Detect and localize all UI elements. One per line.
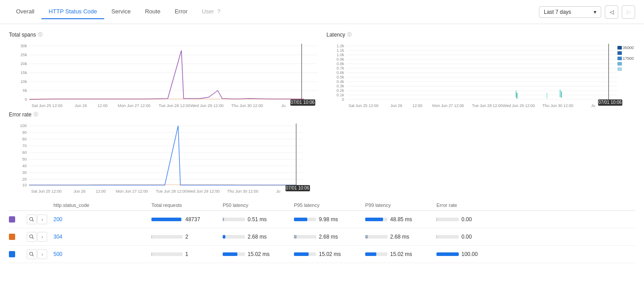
nav-forward-button[interactable]: ▷: [622, 5, 635, 19]
row-actions: ›: [27, 249, 53, 259]
row-actions: ›: [27, 214, 53, 224]
svg-point-107: [30, 235, 33, 238]
total-spans-panel: Total spans ⓪ 30k 25k 20k 15k: [9, 31, 318, 104]
svg-text:25k: 25k: [20, 53, 27, 57]
svg-rect-56: [617, 46, 622, 50]
col-p95: P95 latency: [294, 202, 365, 208]
svg-text:Sat Jun 25 12:00: Sat Jun 25 12:00: [32, 103, 62, 108]
svg-text:Ju: Ju: [276, 189, 281, 194]
table-row: › 200 48737 0.51 ms 9.98: [9, 211, 635, 228]
tab-http-status-code[interactable]: HTTP Status Code: [41, 4, 104, 19]
chevron-down-icon: ▾: [594, 9, 596, 15]
svg-text:07/01 10:06: 07/01 10:06: [290, 100, 314, 105]
svg-text:15k: 15k: [20, 70, 27, 75]
details-button[interactable]: ›: [37, 214, 47, 224]
latency-panel: Latency ⓪: [326, 31, 635, 104]
svg-text:Thu Jun 30 12:00: Thu Jun 30 12:00: [542, 103, 573, 108]
svg-text:Tue Jun 28 12:00: Tue Jun 28 12:00: [159, 103, 190, 108]
error-rate-help-icon[interactable]: ⓪: [33, 111, 38, 118]
svg-text:80: 80: [22, 137, 27, 141]
svg-text:0.4k: 0.4k: [337, 79, 344, 84]
svg-text:Jun 26: Jun 26: [75, 103, 87, 108]
page-header: Overall HTTP Status Code Service Route E…: [0, 0, 644, 24]
inspect-button[interactable]: [27, 249, 37, 259]
svg-text:90: 90: [22, 130, 27, 135]
table-header-row: http.status_code Total requests P50 late…: [9, 200, 635, 211]
svg-text:Mon Jun 27 12:00: Mon Jun 27 12:00: [116, 189, 148, 194]
tab-overall[interactable]: Overall: [9, 4, 41, 19]
svg-text:0.2k: 0.2k: [337, 88, 344, 93]
svg-text:70: 70: [22, 144, 27, 148]
svg-text:1.0k: 1.0k: [337, 53, 344, 57]
latency-chart: 1.2k 1.1k 1.0k 0.9k 0.8k 0.7k 0.6k 0.5k …: [326, 41, 635, 104]
tab-route[interactable]: Route: [138, 4, 167, 19]
tab-service[interactable]: Service: [104, 4, 138, 19]
svg-text:50: 50: [22, 157, 27, 161]
svg-text:1.1k: 1.1k: [337, 48, 344, 53]
svg-text:0.1k: 0.1k: [337, 93, 344, 97]
col-total-requests: Total requests: [151, 202, 223, 208]
svg-text:Wed Jun 29 12:00: Wed Jun 29 12:00: [503, 103, 535, 108]
row-color-swatch: [9, 251, 27, 257]
latency-help-icon[interactable]: ⓪: [347, 31, 352, 38]
p99-cell: 15.02 ms: [365, 251, 436, 257]
svg-text:60: 60: [22, 150, 27, 155]
svg-text:Jun 26: Jun 26: [73, 189, 86, 194]
status-code-cell: 200: [53, 216, 151, 223]
main-content: Total spans ⓪ 30k 25k 20k 15k: [0, 24, 644, 270]
svg-text:17500: 17500: [623, 56, 634, 61]
help-circle-icon: ?: [217, 8, 220, 15]
total-requests-cell: 48737: [151, 216, 223, 223]
inspect-button[interactable]: [27, 214, 37, 224]
arrow-left-icon: ◁: [610, 9, 614, 15]
svg-text:100: 100: [20, 124, 27, 128]
col-error-rate: Error rate: [436, 202, 490, 208]
svg-line-106: [33, 220, 34, 222]
svg-line-110: [33, 255, 34, 256]
svg-text:30: 30: [22, 170, 27, 175]
svg-point-109: [30, 252, 33, 256]
svg-text:12:00: 12:00: [412, 103, 422, 108]
svg-text:Tue Jun 28 12:00: Tue Jun 28 12:00: [156, 189, 187, 194]
table-row: › 500 1 15.02 ms 15.02 ms: [9, 246, 635, 263]
svg-text:Tue Jun 28 12:00: Tue Jun 28 12:00: [472, 103, 503, 108]
svg-text:07/01 10:06: 07/01 10:06: [598, 100, 622, 105]
svg-text:Jun 26: Jun 26: [391, 103, 403, 108]
tab-error[interactable]: Error: [167, 4, 195, 19]
details-button[interactable]: ›: [37, 249, 47, 259]
error-rate-panel: Error rate ⓪ 100 90 80 70 60 50: [9, 111, 312, 193]
svg-text:0.8k: 0.8k: [337, 62, 344, 66]
svg-rect-61: [617, 62, 622, 66]
details-button[interactable]: ›: [37, 232, 47, 242]
svg-text:10: 10: [22, 183, 27, 187]
svg-text:Ju: Ju: [591, 103, 595, 108]
p50-cell: 15.02 ms: [223, 251, 294, 257]
data-table: http.status_code Total requests P50 late…: [9, 200, 635, 263]
inspect-button[interactable]: [27, 232, 37, 242]
svg-text:5k: 5k: [23, 88, 27, 93]
svg-text:Sat Jun 25 12:00: Sat Jun 25 12:00: [31, 189, 61, 194]
svg-text:12:00: 12:00: [98, 103, 108, 108]
svg-text:35000: 35000: [623, 45, 634, 50]
col-status-code: http.status_code: [53, 202, 151, 208]
row-color-swatch: [9, 216, 27, 223]
latency-title: Latency ⓪: [326, 31, 635, 38]
total-requests-cell: 1: [151, 251, 223, 257]
svg-text:10k: 10k: [20, 79, 27, 84]
time-range-selector[interactable]: Last 7 days ▾: [539, 6, 601, 18]
svg-text:12:00: 12:00: [96, 189, 106, 194]
svg-text:Mon Jun 27 12:00: Mon Jun 27 12:00: [118, 103, 151, 108]
col-p50: P50 latency: [223, 202, 294, 208]
svg-text:0.7k: 0.7k: [337, 66, 344, 70]
svg-text:0.9k: 0.9k: [337, 57, 344, 62]
svg-text:Ju: Ju: [281, 103, 285, 108]
svg-text:1.2k: 1.2k: [337, 44, 344, 48]
header-controls: Last 7 days ▾ ◁ ▷: [539, 5, 635, 19]
svg-text:20k: 20k: [20, 62, 27, 66]
total-requests-cell: 2: [151, 234, 223, 240]
svg-text:0.3k: 0.3k: [337, 84, 344, 88]
total-spans-help-icon[interactable]: ⓪: [38, 31, 43, 38]
nav-back-button[interactable]: ◁: [605, 5, 618, 19]
p50-cell: 2.68 ms: [223, 234, 294, 240]
svg-text:Wed Jun 29 12:00: Wed Jun 29 12:00: [187, 189, 220, 194]
